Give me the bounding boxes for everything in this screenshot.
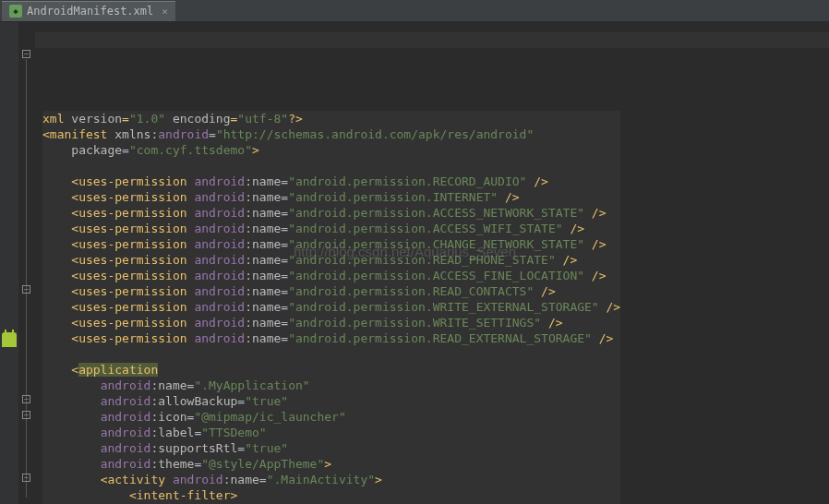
current-line-highlight: [35, 32, 829, 48]
fold-marker-icon[interactable]: −: [22, 411, 30, 419]
code-lines: xml version="1.0" encoding="utf-8"?> <ma…: [42, 111, 829, 504]
tab-filename: AndroidManifest.xml: [27, 5, 153, 18]
fold-marker-icon[interactable]: −: [22, 474, 30, 482]
fold-marker-icon[interactable]: −: [22, 395, 30, 403]
code-editor[interactable]: http://blog.csdn.net/Aquarius_Seven xml …: [35, 22, 829, 504]
fold-line: [26, 59, 27, 498]
android-icon[interactable]: [2, 332, 17, 347]
fold-marker-icon[interactable]: −: [22, 285, 30, 294]
file-tab[interactable]: ◆ AndroidManifest.xml ×: [2, 1, 175, 21]
close-icon[interactable]: ×: [162, 6, 168, 18]
editor-area: − − − − − http://blog.csdn.net/Aquarius_…: [0, 22, 829, 504]
tab-bar: ◆ AndroidManifest.xml ×: [0, 0, 829, 22]
fold-gutter: − − − − −: [18, 22, 35, 504]
gutter-decorations: [0, 22, 18, 504]
fold-marker-icon[interactable]: −: [22, 50, 30, 58]
xml-file-icon: ◆: [9, 5, 22, 18]
